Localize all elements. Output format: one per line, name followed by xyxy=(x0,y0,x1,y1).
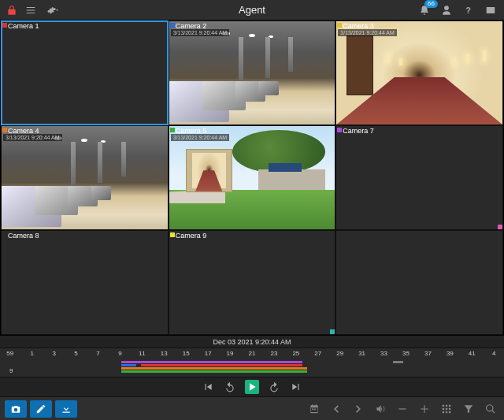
camera-color-mark xyxy=(2,23,7,28)
timeline-tick: 31 xyxy=(358,350,365,357)
timeline-tick: 11 xyxy=(139,350,146,357)
camera-cell-3[interactable]: Camera 33/13/2021 9:20:44 AM xyxy=(335,20,503,125)
bell-icon[interactable]: 66 xyxy=(419,5,430,16)
top-bar: Agent 66 ? xyxy=(0,0,504,20)
lock-icon[interactable] xyxy=(6,5,17,16)
camera-color-mark xyxy=(170,232,175,237)
camera-cell-7[interactable]: Camera 8 xyxy=(1,230,169,335)
step-back-button[interactable] xyxy=(223,380,237,394)
camera-cell-9[interactable] xyxy=(335,230,503,335)
svg-rect-1 xyxy=(487,6,495,13)
svg-rect-2 xyxy=(398,408,406,409)
help-icon[interactable]: ? xyxy=(463,5,474,16)
camera-color-mark xyxy=(2,128,7,132)
timeline-tick: 23 xyxy=(270,350,277,357)
timeline-tick: 9 xyxy=(118,350,121,357)
svg-text:?: ? xyxy=(466,5,471,14)
timeline-tick: 21 xyxy=(249,350,256,357)
skip-forward-button[interactable] xyxy=(289,380,303,394)
timeline-event-bar xyxy=(121,361,302,363)
timeline-timestamp: Dec 03 2021 9:20:44 AM xyxy=(0,335,504,348)
timeline-tick: 13 xyxy=(161,350,168,357)
snapshot-button[interactable] xyxy=(5,400,27,418)
camera-feed xyxy=(2,126,168,229)
timeline-tick: 29 xyxy=(336,350,343,357)
list-icon[interactable] xyxy=(25,5,36,16)
timeline-tick: 41 xyxy=(469,350,476,357)
notification-badge: 66 xyxy=(424,0,438,8)
bottom-bar-left xyxy=(0,400,80,418)
filter-icon[interactable] xyxy=(463,403,474,414)
camera-color-mark xyxy=(337,23,342,28)
camera-color-mark xyxy=(337,128,342,132)
download-button[interactable] xyxy=(55,400,77,418)
timeline-tick: 1 xyxy=(30,350,33,357)
camera-feed xyxy=(336,126,502,229)
edit-button[interactable] xyxy=(30,400,52,418)
camera-label: Camera 7 xyxy=(343,127,374,135)
timeline-tick: 3 xyxy=(52,350,55,357)
camera-cell-4[interactable]: Camera 43/13/2021 9:20:44 AM xyxy=(1,125,169,230)
camera-grid: Camera 1Camera 23/13/2021 9:20:44 AMCame… xyxy=(0,20,504,335)
camera-cell-8[interactable]: Camera 9 xyxy=(169,230,336,335)
top-bar-left xyxy=(0,5,61,16)
skip-back-button[interactable] xyxy=(201,380,215,394)
timeline-tick: 35 xyxy=(402,350,410,357)
timeline-event-bar xyxy=(121,367,308,370)
camera-color-mark xyxy=(170,23,175,28)
camera-label: Camera 1 xyxy=(8,22,39,30)
camera-feed xyxy=(2,231,168,334)
timeline-tick: 4 xyxy=(492,350,495,357)
grid-layout-icon[interactable] xyxy=(441,403,452,414)
zoom-in-icon[interactable] xyxy=(419,403,430,414)
timeline-tick: 15 xyxy=(183,350,190,357)
camera-label: Camera 8 xyxy=(8,232,39,240)
camera-feed xyxy=(169,231,335,334)
camera-feed xyxy=(169,126,335,229)
timeline-tick: 5 xyxy=(74,350,77,357)
volume-icon[interactable] xyxy=(375,403,386,414)
camera-timestamp: 3/13/2021 9:20:44 AM xyxy=(171,29,230,36)
camera-feed xyxy=(336,231,502,334)
zoom-out-icon[interactable] xyxy=(397,403,408,414)
play-button[interactable] xyxy=(245,380,259,394)
timeline-event-bar xyxy=(121,364,136,366)
fullscreen-icon[interactable] xyxy=(485,5,496,16)
user-icon[interactable] xyxy=(441,5,452,16)
camera-cell-6[interactable]: Camera 7 xyxy=(335,125,503,230)
bottom-bar-right xyxy=(309,403,504,414)
calendar-icon[interactable] xyxy=(309,403,320,414)
arrow-left-icon[interactable] xyxy=(331,403,342,414)
camera-cell-1[interactable]: Camera 1 xyxy=(1,20,169,125)
timeline-event-bar xyxy=(121,370,308,373)
camera-feed xyxy=(336,21,502,125)
timeline-tick: 19 xyxy=(227,350,234,357)
camera-timestamp: 3/13/2021 9:20:44 AM xyxy=(3,134,62,141)
timeline-tick: 59 xyxy=(6,350,13,357)
search-icon[interactable] xyxy=(485,403,496,414)
bottom-bar xyxy=(0,396,504,420)
timeline-tick: 33 xyxy=(380,350,387,357)
transport-controls xyxy=(0,377,504,396)
camera-cell-2[interactable]: Camera 23/13/2021 9:20:44 AM xyxy=(169,20,336,125)
timeline-event-bar xyxy=(141,364,302,366)
camera-label: Camera 9 xyxy=(176,232,207,240)
timeline-tick: 7 xyxy=(96,350,99,357)
camera-feed xyxy=(2,21,168,125)
camera-timestamp: 3/13/2021 9:20:44 AM xyxy=(338,29,397,36)
camera-color-mark xyxy=(170,128,175,132)
camera-cell-5[interactable]: Camera 53/13/2021 9:20:44 AM xyxy=(169,125,336,230)
timeline-tick: 37 xyxy=(424,350,432,357)
gear-dropdown-icon[interactable] xyxy=(44,5,61,16)
timeline-ruler[interactable]: 5913579111315171921232527293133353739414… xyxy=(0,348,504,377)
app-root: Agent 66 ? Camera 1Camera 23/13/2021 9:2… xyxy=(0,0,504,420)
top-bar-right: 66 ? xyxy=(419,5,504,16)
timeline-tick: 25 xyxy=(292,350,299,357)
timeline-bars xyxy=(0,361,504,374)
timeline-tick: 27 xyxy=(314,350,321,357)
timeline-tick: 39 xyxy=(447,350,454,357)
arrow-right-icon[interactable] xyxy=(353,403,364,414)
step-forward-button[interactable] xyxy=(267,380,281,394)
camera-feed xyxy=(169,21,335,125)
timeline-event-bar xyxy=(393,361,403,363)
